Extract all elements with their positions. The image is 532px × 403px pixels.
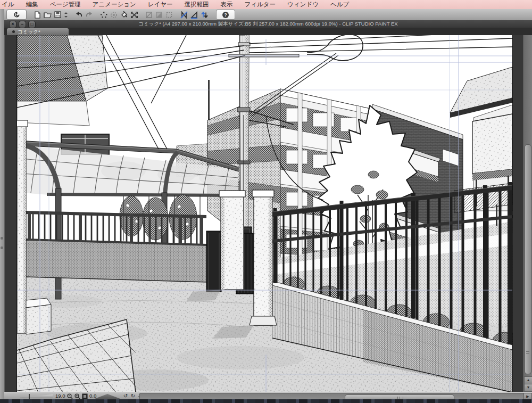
scroll-down-button[interactable]: ▼ xyxy=(524,384,532,392)
rotation-slider[interactable] xyxy=(95,394,120,399)
document-title-bar: × − □ コミック* (A4 297.00 x 210.00mm 製本サイズ:… xyxy=(4,20,532,28)
transform-icon[interactable] xyxy=(130,11,138,19)
zoom-value: 19.0 xyxy=(55,393,65,399)
menu-page-manage[interactable]: ページ管理 xyxy=(44,1,87,9)
menu-bar: イル 編集 ページ管理 アニメーション レイヤー 選択範囲 表示 フィルター ウ… xyxy=(0,0,532,9)
gate-pillar-left xyxy=(219,191,245,290)
zoom-slider-thumb[interactable] xyxy=(29,394,30,399)
status-bar: 19.0 0.0 ↺ ↻ ▶ xyxy=(4,392,532,400)
close-button[interactable]: × xyxy=(9,21,16,28)
selection-border-icon xyxy=(165,11,173,19)
gate-pillar-right xyxy=(250,190,277,325)
deselect-icon xyxy=(110,11,118,19)
maximize-button[interactable]: □ xyxy=(28,21,36,28)
distant-structures xyxy=(177,80,210,177)
undo-icon[interactable] xyxy=(74,11,83,19)
scroll-up-button[interactable]: ▲ xyxy=(524,376,532,384)
menu-animation[interactable]: アニメーション xyxy=(87,1,142,9)
unsaved-indicator-dot xyxy=(12,30,15,33)
palette-icon xyxy=(1,246,3,249)
palette-icon xyxy=(1,237,3,240)
rotate-left-icon[interactable]: ↺ xyxy=(122,393,129,399)
cropped-left-palette xyxy=(0,9,5,399)
desktop-background-strip xyxy=(0,399,532,403)
menu-layer[interactable]: レイヤー xyxy=(142,1,179,9)
clip-studio-logo-icon xyxy=(13,11,21,19)
save-stepper-icon[interactable] xyxy=(63,11,68,19)
redo-icon xyxy=(85,11,93,19)
help-icon: ? xyxy=(222,12,229,18)
left-fence xyxy=(26,211,209,282)
zoom-out-icon[interactable] xyxy=(66,393,73,399)
clip-studio-paint-window: { "menu_bar": { "items": ["イル","編集","ページ… xyxy=(0,0,532,403)
snap-to-grid-icon[interactable] xyxy=(200,11,209,19)
document-title: コミック* (A4 297.00 x 210.00mm 製本サイズ:B5 判 2… xyxy=(138,21,397,27)
document-tab-bar: コミック* xyxy=(4,28,532,35)
tab-label: コミック* xyxy=(18,28,40,35)
fill-bucket-icon[interactable] xyxy=(120,11,128,19)
layer-tone-icon xyxy=(155,11,163,19)
layer-clip-icon xyxy=(145,11,153,19)
fit-to-screen-icon[interactable] xyxy=(81,393,88,399)
menu-edit[interactable]: 編集 xyxy=(20,1,44,9)
canvas-viewport[interactable] xyxy=(4,35,523,392)
help-button[interactable]: ? xyxy=(216,10,235,20)
command-bar: ? xyxy=(4,9,532,21)
vertical-scrollbar[interactable]: ▲ ▼ xyxy=(523,35,532,392)
new-document-icon[interactable] xyxy=(33,11,41,19)
rotate-right-icon[interactable]: ↻ xyxy=(130,393,136,399)
open-file-icon[interactable] xyxy=(43,11,52,19)
menu-file[interactable]: イル xyxy=(0,1,20,9)
rotation-value: 0.0 xyxy=(89,393,96,399)
save-icon[interactable] xyxy=(53,11,62,19)
snap-to-ruler-icon[interactable] xyxy=(180,11,188,19)
minimize-button[interactable]: − xyxy=(19,21,26,28)
comic-background-illustration xyxy=(17,35,512,392)
tab-comic[interactable]: コミック* xyxy=(7,28,69,35)
zoom-slider[interactable] xyxy=(20,394,53,398)
zoom-in-icon[interactable] xyxy=(74,393,80,399)
foreground-house-top-left xyxy=(17,35,109,154)
vertical-scrollbar-handle[interactable] xyxy=(525,144,531,374)
clip-studio-logo-button[interactable] xyxy=(6,10,27,20)
menu-selection[interactable]: 選択範囲 xyxy=(179,1,215,9)
menu-help[interactable]: ヘルプ xyxy=(325,1,355,9)
canvas-page[interactable] xyxy=(17,35,512,392)
window-controls: × − □ xyxy=(9,21,36,28)
menu-window[interactable]: ウィンドウ xyxy=(281,1,325,9)
snap-to-special-ruler-icon[interactable] xyxy=(190,11,198,19)
menu-filter[interactable]: フィルター xyxy=(239,1,282,9)
menu-view[interactable]: 表示 xyxy=(215,1,239,9)
snap-dots-icon[interactable] xyxy=(99,11,108,19)
